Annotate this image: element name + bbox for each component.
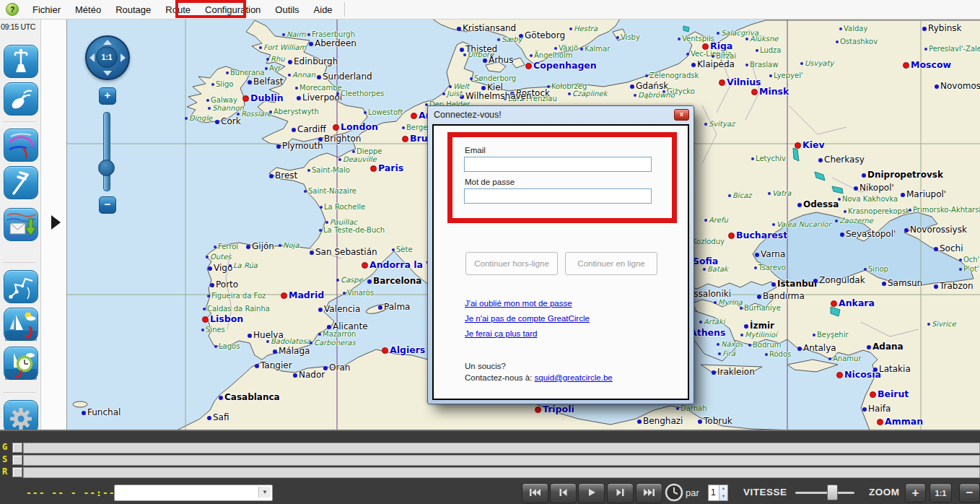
city-dot-icon	[835, 220, 838, 222]
skip-end-button[interactable]	[636, 483, 662, 503]
city-dot-icon	[481, 86, 486, 90]
speed-slider-track[interactable]	[795, 492, 854, 494]
collapse-panel-arrow-icon[interactable]	[51, 215, 61, 230]
pan-down-icon[interactable]	[103, 71, 112, 76]
city-dot-icon	[207, 416, 211, 420]
report-dropdown[interactable]: ▼	[114, 485, 273, 501]
city-dot-icon	[740, 307, 743, 310]
timeline-zoom-out-button[interactable]: −	[959, 483, 980, 503]
dialog-titlebar[interactable]: Connectez-vous! x	[428, 106, 694, 123]
city-dot-icon	[844, 210, 846, 213]
pan-right-icon[interactable]	[121, 53, 126, 62]
dialog-link-0[interactable]: J'ai oublié mon mot de passe	[465, 299, 590, 308]
timeline-zoom-in-button[interactable]: +	[905, 483, 926, 503]
city-dot-icon	[273, 349, 277, 354]
menu-item-configuration[interactable]: Configuration	[198, 1, 268, 18]
clock-icon[interactable]	[664, 482, 684, 503]
weather-routing-button[interactable]	[4, 308, 38, 341]
step-spinner[interactable]: 1 ▲ ▼	[708, 485, 728, 501]
city-dot-icon	[756, 49, 758, 52]
weather-station-button[interactable]	[4, 45, 38, 78]
pan-up-icon[interactable]	[103, 40, 112, 45]
city-label: Moscow	[903, 59, 951, 70]
settings-button[interactable]	[4, 400, 38, 430]
city-dot-icon	[678, 38, 681, 40]
capital-dot-icon	[728, 233, 735, 239]
timeline-toggle-G[interactable]	[12, 443, 22, 453]
timeline-toggle-S[interactable]	[12, 455, 22, 465]
map-zoom-reset-button[interactable]: 1:1	[96, 46, 118, 68]
grib-download-button[interactable]	[4, 208, 38, 241]
spinner-up-icon[interactable]: ▲	[719, 485, 727, 493]
timeline-track-G[interactable]	[23, 443, 980, 453]
city-label: Trabzon	[934, 281, 974, 291]
help-icon[interactable]: ?	[6, 3, 19, 16]
city-label: Burhaniye	[740, 304, 781, 312]
speed-slider-thumb[interactable]	[827, 485, 838, 500]
city-dot-icon	[226, 71, 229, 74]
timeline-track-R[interactable]	[23, 467, 980, 478]
city-label: Paris	[370, 162, 403, 173]
city-label: Bodrum	[748, 341, 782, 349]
support-email-link[interactable]: squid@greatcircle.be	[535, 373, 613, 382]
timeline-toggle-R[interactable]	[12, 467, 22, 477]
step-back-button[interactable]	[550, 483, 577, 503]
city-label: Vinaròs	[343, 289, 374, 297]
city-label: Cherkasy	[818, 155, 865, 165]
speed-label: VITESSE	[743, 487, 787, 498]
dialog-link-1[interactable]: Je n'ai pas de compte GreatCircle	[465, 314, 590, 323]
city-dot-icon	[288, 74, 291, 77]
city-dot-icon	[246, 245, 250, 249]
chevron-down-icon: ▼	[258, 487, 271, 498]
spinner-down-icon[interactable]: ▼	[719, 493, 727, 501]
menu-item-aide[interactable]: Aide	[307, 1, 340, 18]
city-label: Sines	[201, 326, 225, 334]
dialog-link-2[interactable]: Je ferai ça plus tard	[465, 329, 590, 338]
close-icon[interactable]: x	[674, 109, 689, 121]
city-dot-icon	[755, 253, 759, 257]
menu-item-fichier[interactable]: Fichier	[25, 1, 68, 18]
city-dot-icon	[463, 53, 466, 56]
map-pan-pad[interactable]: 1:1	[85, 35, 130, 80]
departure-time-button[interactable]	[4, 347, 38, 380]
city-dot-icon	[818, 158, 823, 162]
email-field[interactable]	[464, 157, 652, 172]
play-button[interactable]	[578, 483, 605, 503]
city-label: Novorossiysk	[904, 225, 967, 235]
city-dot-icon	[637, 420, 642, 424]
timeline-track-S[interactable]	[23, 455, 980, 466]
menu-item-route[interactable]: Route	[158, 1, 198, 18]
continue-online-button[interactable]: Continuer en ligne	[565, 252, 657, 275]
city-dot-icon	[336, 279, 339, 282]
capital-dot-icon	[903, 62, 909, 69]
city-dot-icon	[757, 295, 761, 299]
continue-offline-button[interactable]: Continuer hors-ligne	[465, 252, 558, 275]
city-label: Bicaz	[728, 191, 752, 199]
pan-left-icon[interactable]	[89, 53, 95, 62]
city-dot-icon	[266, 340, 269, 343]
city-dot-icon	[927, 323, 930, 326]
route-button[interactable]	[4, 270, 38, 303]
map-zoom-in-button[interactable]: +	[99, 87, 116, 105]
map-zoom-slider-track[interactable]	[103, 112, 110, 191]
city-dot-icon	[797, 203, 802, 207]
city-dot-icon	[255, 364, 259, 368]
map-zoom-slider-knob[interactable]	[98, 160, 115, 176]
city-dot-icon	[307, 169, 310, 172]
step-forward-button[interactable]	[607, 483, 634, 503]
menu-item-mto[interactable]: Météo	[68, 1, 108, 18]
city-dot-icon	[745, 38, 748, 40]
menu-item-routage[interactable]: Routage	[108, 1, 158, 18]
weather-fronts-button[interactable]	[4, 129, 38, 162]
city-dot-icon	[309, 42, 313, 46]
email-label: Email	[465, 146, 486, 155]
satellite-button[interactable]	[4, 82, 38, 116]
city-label: Outes	[206, 253, 232, 261]
timeline-zoom-reset-button[interactable]: 1:1	[929, 483, 952, 503]
map-zoom-out-button[interactable]: −	[99, 196, 116, 214]
step-forward-icon	[614, 487, 626, 500]
password-field[interactable]	[464, 188, 652, 204]
skip-start-button[interactable]	[522, 483, 548, 503]
wind-barb-button[interactable]	[4, 166, 38, 199]
menu-item-outils[interactable]: Outils	[268, 1, 306, 18]
